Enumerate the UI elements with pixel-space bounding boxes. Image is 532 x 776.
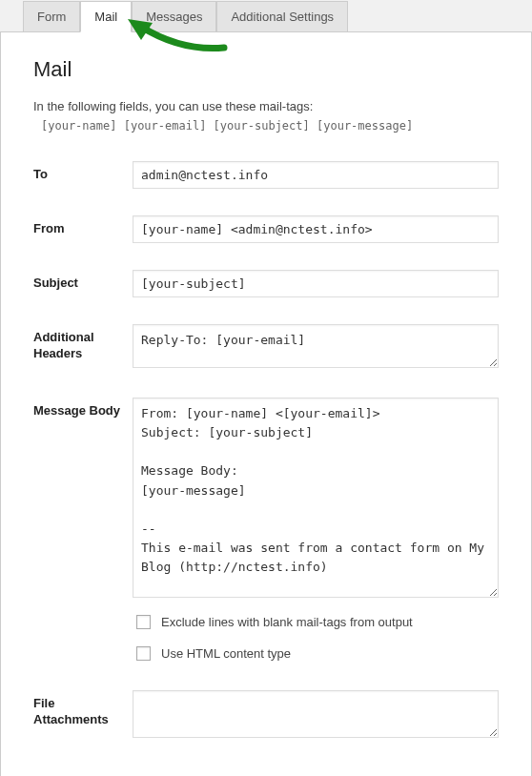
tab-bar: Form Mail Messages Additional Settings	[0, 0, 532, 31]
tab-form[interactable]: Form	[23, 1, 80, 32]
from-label: From	[33, 215, 133, 237]
file-attachments-label: File Attachments	[33, 690, 133, 728]
tab-mail[interactable]: Mail	[80, 1, 132, 32]
mail-tags-list: [your-name] [your-email] [your-subject] …	[33, 119, 499, 133]
from-input[interactable]	[133, 215, 499, 243]
panel-title: Mail	[33, 57, 499, 82]
message-body-label: Message Body	[33, 398, 133, 419]
subject-label: Subject	[33, 270, 133, 292]
tab-additional-settings[interactable]: Additional Settings	[216, 1, 348, 32]
to-label: To	[33, 161, 133, 183]
use-html-label: Use HTML content type	[161, 646, 291, 661]
mail-tags-hint: In the following fields, you can use the…	[33, 99, 499, 113]
tab-messages[interactable]: Messages	[132, 1, 216, 32]
mail-panel: Mail In the following fields, you can us…	[0, 31, 532, 776]
use-html-checkbox[interactable]	[136, 646, 151, 661]
file-attachments-input[interactable]	[133, 690, 499, 738]
exclude-blank-checkbox[interactable]	[136, 615, 151, 629]
exclude-blank-label: Exclude lines with blank mail-tags from …	[161, 615, 413, 629]
additional-headers-input[interactable]	[133, 324, 499, 368]
subject-input[interactable]	[133, 270, 499, 297]
to-input[interactable]	[133, 161, 499, 189]
additional-headers-label: Additional Headers	[33, 324, 133, 362]
message-body-input[interactable]	[133, 398, 499, 598]
